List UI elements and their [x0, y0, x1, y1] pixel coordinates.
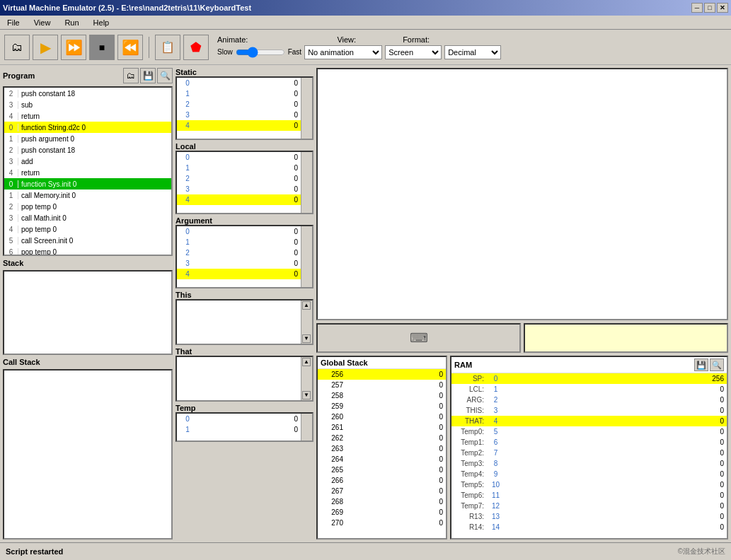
- argument-section: Argument 00 10 20 30 40: [175, 216, 313, 288]
- list-item: 00: [177, 414, 301, 424]
- list-item: 2600: [318, 412, 446, 422]
- list-item: Temp6:110: [451, 490, 727, 501]
- table-row: 6pop temp 0: [4, 246, 171, 256]
- static-panel: 00 10 20 30 40: [175, 76, 313, 140]
- list-item: 2610: [318, 422, 446, 433]
- keyboard-input-area[interactable]: ⌨: [316, 323, 521, 353]
- table-row: 4return: [4, 110, 171, 122]
- maximize-button[interactable]: □: [704, 3, 715, 13]
- menu-help[interactable]: Help: [89, 17, 114, 28]
- stop-button[interactable]: ■: [89, 35, 115, 60]
- close-button[interactable]: ✕: [717, 3, 728, 13]
- breakpoint-button[interactable]: ⬟: [183, 35, 209, 60]
- list-item: 2580: [318, 390, 446, 401]
- list-item: 2560: [318, 369, 446, 380]
- list-item: THAT:40: [451, 416, 727, 426]
- program-search-btn[interactable]: 🔍: [157, 68, 173, 83]
- menu-bar: File View Run Help: [0, 16, 731, 30]
- list-item: 2680: [318, 496, 446, 507]
- static-section: Static 00 10 20 30 40: [175, 68, 313, 140]
- static-scrollbar[interactable]: [301, 78, 312, 139]
- callstack-panel: [3, 369, 173, 539]
- rewind-button[interactable]: ⏪: [117, 35, 143, 60]
- table-row: 0function String.d2c 0: [4, 122, 171, 133]
- program-list[interactable]: 2push constant 18 3sub 4return 0function…: [3, 86, 173, 256]
- animate-label: Animate:: [217, 35, 248, 44]
- screen-area: [316, 68, 728, 320]
- animate-group: Animate: View: Format: Slow Fast No anim…: [217, 35, 501, 59]
- ram-label: RAM: [454, 361, 472, 369]
- speed-slider[interactable]: [236, 47, 285, 58]
- this-section: This ▲ ▼: [175, 291, 313, 345]
- program-save-btn[interactable]: 💾: [140, 68, 156, 83]
- toolbar-controls: Animate: View: Format: Slow Fast No anim…: [217, 35, 501, 59]
- program-label: Program: [3, 71, 35, 80]
- list-item: 40: [177, 269, 301, 279]
- temp-section: Temp 00 10: [175, 404, 313, 442]
- program-open-btn[interactable]: 🗂: [123, 68, 139, 83]
- table-row: 2push constant 18: [4, 144, 171, 156]
- menu-run[interactable]: Run: [60, 17, 83, 28]
- toolbar: 🗂 ▶ ⏩ ■ ⏪ 📋 ⬟ Animate: View: Format: Slo…: [0, 30, 731, 65]
- step-button[interactable]: ▶: [33, 35, 58, 60]
- list-item: 2570: [318, 380, 446, 390]
- argument-label: Argument: [175, 216, 313, 225]
- global-stack-table[interactable]: 2560 2570 2580 2590 2600 2610 2620 2630 …: [318, 369, 446, 538]
- list-item: 2590: [318, 401, 446, 412]
- table-row: 2push constant 18: [4, 88, 171, 99]
- list-item: 40: [177, 194, 301, 205]
- fast-label: Fast: [288, 48, 301, 56]
- table-row: 4return: [4, 167, 171, 178]
- list-item: 2620: [318, 433, 446, 443]
- list-item: 40: [177, 120, 301, 131]
- title-bar-buttons: ─ □ ✕: [691, 3, 728, 13]
- table-row: 1push argument 0: [4, 133, 171, 144]
- status-text: Script restarted: [6, 547, 63, 556]
- watermark-text: ©混金技术社区: [678, 547, 725, 556]
- list-item: Temp3:80: [451, 458, 727, 469]
- table-row: 0function Sys.init 0: [4, 178, 171, 189]
- local-section: Local 00 10 20 30 40: [175, 142, 313, 214]
- format-select[interactable]: Decimal: [444, 45, 501, 59]
- open-button[interactable]: 🗂: [4, 35, 30, 60]
- this-panel: ▲ ▼: [175, 299, 313, 345]
- list-item: 2700: [318, 518, 446, 528]
- local-panel: 00 10 20 30 40: [175, 151, 313, 214]
- list-item: THIS:30: [451, 405, 727, 416]
- menu-view[interactable]: View: [30, 17, 55, 28]
- list-item: 10: [177, 88, 301, 99]
- table-row: 3sub: [4, 99, 171, 110]
- table-row: 1call Memory.init 0: [4, 189, 171, 201]
- local-label: Local: [175, 142, 313, 151]
- ram-search-btn[interactable]: 🔍: [710, 358, 724, 371]
- ram-table[interactable]: SP:0256 LCL:10 ARG:20 THIS:30 THAT:40 Te…: [451, 373, 727, 538]
- list-item: 2650: [318, 465, 446, 475]
- list-item: 30: [177, 258, 301, 269]
- minimize-button[interactable]: ─: [691, 3, 703, 13]
- keyboard-icon: ⌨: [410, 330, 428, 346]
- table-row: 4pop temp 0: [4, 223, 171, 235]
- temp-panel: 00 10: [175, 412, 313, 442]
- temp-scrollbar[interactable]: [301, 414, 312, 441]
- list-item: Temp2:70: [451, 448, 727, 458]
- local-scrollbar[interactable]: [301, 152, 312, 213]
- menu-file[interactable]: File: [3, 17, 24, 28]
- view-label: View:: [337, 35, 356, 44]
- keyboard-value-area: [524, 323, 728, 353]
- list-item: 00: [177, 78, 301, 88]
- temp-label: Temp: [175, 404, 313, 412]
- argument-panel: 00 10 20 30 40: [175, 225, 313, 288]
- ram-save-btn[interactable]: 💾: [694, 358, 708, 371]
- fast-forward-button[interactable]: ⏩: [61, 35, 86, 60]
- callstack-label: Call Stack: [3, 358, 40, 366]
- script-button[interactable]: 📋: [155, 35, 180, 60]
- animate-select[interactable]: No animation: [304, 45, 382, 59]
- argument-scrollbar[interactable]: [301, 226, 312, 287]
- list-item: 30: [177, 184, 301, 194]
- title-bar: Virtual Machine Emulator (2.5) - E:\res\…: [0, 0, 731, 16]
- format-label: Format:: [403, 35, 430, 44]
- view-select[interactable]: Screen: [385, 45, 442, 59]
- list-item: 30: [177, 110, 301, 120]
- list-item: R14:140: [451, 522, 727, 532]
- list-item: 2630: [318, 443, 446, 454]
